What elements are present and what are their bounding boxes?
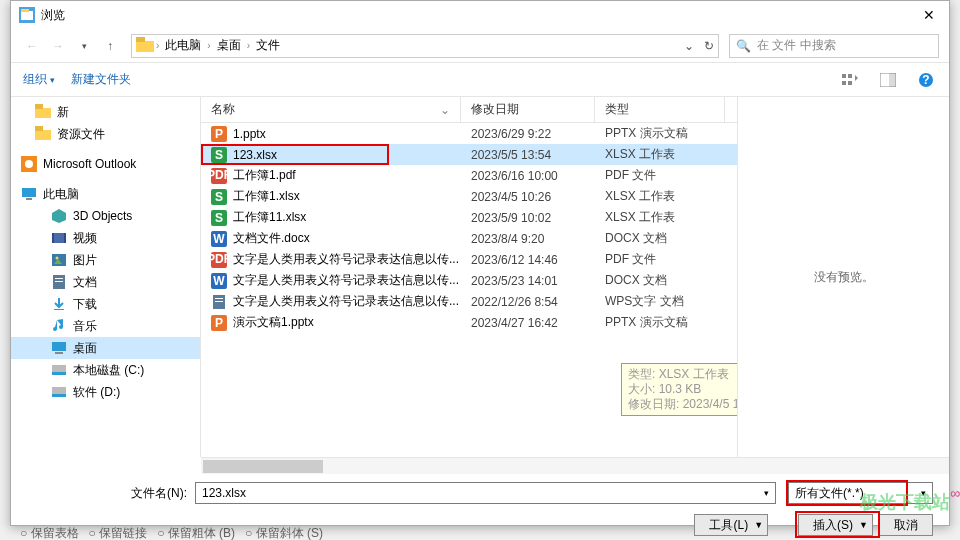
search-placeholder: 在 文件 中搜索 (757, 37, 836, 54)
svg-rect-14 (35, 104, 43, 109)
svg-rect-1 (21, 11, 33, 20)
file-type-filter[interactable]: 所有文件(*.*)▾ ∞ (788, 482, 933, 504)
window-title: 浏览 (41, 7, 917, 24)
filename-input[interactable]: 123.xlsx▾ (195, 482, 776, 504)
svg-rect-3 (136, 41, 154, 52)
svg-rect-16 (35, 126, 43, 131)
organize-menu[interactable]: 组织 ▾ (23, 71, 55, 88)
svg-rect-24 (64, 233, 66, 243)
svg-rect-22 (52, 233, 66, 243)
svg-rect-56 (215, 301, 223, 302)
address-bar[interactable]: › 此电脑 › 桌面 › 文件 ⌄ ↻ (131, 34, 719, 58)
preview-toggle[interactable] (877, 69, 899, 91)
svg-rect-32 (52, 342, 66, 351)
svg-rect-30 (55, 281, 63, 282)
tree-item-8[interactable]: 下载 (11, 293, 200, 315)
svg-text:W: W (213, 274, 225, 288)
svg-rect-7 (842, 81, 846, 85)
file-list: 名称 ⌄ 修改日期 类型 类型: XLSX 工作表大小: 10.3 KB修改日期… (201, 97, 737, 457)
scrollbar-thumb[interactable] (203, 460, 323, 473)
svg-text:S: S (215, 148, 223, 162)
file-row[interactable]: S工作簿11.xlsx2023/5/9 10:02XLSX 工作表 (201, 207, 737, 228)
tree-item-11[interactable]: 本地磁盘 (C:) (11, 359, 200, 381)
svg-rect-19 (22, 188, 36, 197)
svg-rect-2 (21, 9, 29, 12)
insert-button[interactable]: 插入(S)▼ (798, 514, 873, 536)
preview-pane: 没有预览。 (737, 97, 949, 457)
svg-rect-4 (136, 37, 145, 42)
svg-text:PDF: PDF (211, 168, 227, 182)
col-name[interactable]: 名称 ⌄ (201, 97, 461, 122)
new-folder-button[interactable]: 新建文件夹 (71, 71, 131, 88)
tree-item-9[interactable]: 音乐 (11, 315, 200, 337)
title-bar: 浏览 ✕ (11, 1, 949, 29)
tree-item-1[interactable]: 资源文件 (11, 123, 200, 145)
svg-rect-35 (52, 372, 66, 375)
tree-item-2[interactable]: Microsoft Outlook (11, 153, 200, 175)
svg-text:?: ? (922, 73, 929, 87)
svg-rect-20 (26, 198, 32, 200)
svg-rect-5 (842, 74, 846, 78)
svg-point-18 (25, 160, 33, 168)
search-input[interactable]: 🔍 在 文件 中搜索 (729, 34, 939, 58)
tree-item-6[interactable]: 图片 (11, 249, 200, 271)
tools-button[interactable]: 工具(L)▼ (694, 514, 768, 536)
crumb-root[interactable]: 此电脑 (161, 37, 205, 54)
file-row[interactable]: P演示文稿1.pptx2023/4/27 16:42PPTX 演示文稿 (201, 312, 737, 333)
svg-rect-29 (55, 278, 63, 279)
svg-rect-37 (52, 394, 66, 397)
forward-button[interactable]: → (47, 35, 69, 57)
cancel-button[interactable]: 取消 (879, 514, 933, 536)
tree-item-4[interactable]: 3D Objects (11, 205, 200, 227)
svg-rect-31 (54, 309, 64, 310)
col-date[interactable]: 修改日期 (461, 97, 595, 122)
svg-text:P: P (215, 316, 223, 330)
svg-rect-10 (889, 73, 896, 87)
tree-item-5[interactable]: 视频 (11, 227, 200, 249)
folder-tree[interactable]: 新资源文件Microsoft Outlook此电脑3D Objects视频图片文… (11, 97, 201, 457)
svg-rect-25 (52, 254, 66, 266)
file-rows[interactable]: 类型: XLSX 工作表大小: 10.3 KB修改日期: 2023/4/5 10… (201, 123, 737, 457)
file-browse-dialog: 浏览 ✕ ← → ▾ ↑ › 此电脑 › 桌面 › 文件 ⌄ ↻ 🔍 在 文件 … (10, 0, 950, 526)
crumb-2[interactable]: 文件 (252, 37, 284, 54)
file-row[interactable]: 文字是人类用表义符号记录表达信息以传...2022/12/26 8:54WPS文… (201, 291, 737, 312)
tree-item-7[interactable]: 文档 (11, 271, 200, 293)
tree-item-10[interactable]: 桌面 (11, 337, 200, 359)
file-tooltip: 类型: XLSX 工作表大小: 10.3 KB修改日期: 2023/4/5 10… (621, 363, 737, 416)
toolbar: 组织 ▾ 新建文件夹 ? (11, 63, 949, 97)
svg-point-26 (56, 257, 59, 260)
view-menu[interactable] (839, 69, 861, 91)
tree-item-12[interactable]: 软件 (D:) (11, 381, 200, 403)
tree-item-3[interactable]: 此电脑 (11, 183, 200, 205)
col-type[interactable]: 类型 (595, 97, 725, 122)
close-button[interactable]: ✕ (917, 7, 941, 23)
file-row[interactable]: W文档文件.docx2023/8/4 9:20DOCX 文档 (201, 228, 737, 249)
svg-rect-23 (52, 233, 54, 243)
svg-rect-55 (215, 298, 223, 299)
file-row[interactable]: PDF文字是人类用表义符号记录表达信息以传...2023/6/12 14:46P… (201, 249, 737, 270)
crumb-1[interactable]: 桌面 (213, 37, 245, 54)
file-row[interactable]: S工作簿1.xlsx2023/4/5 10:26XLSX 工作表 (201, 186, 737, 207)
svg-marker-21 (52, 209, 66, 223)
file-row[interactable]: S123.xlsx2023/5/5 13:54XLSX 工作表 (201, 144, 737, 165)
tree-item-0[interactable]: 新 (11, 101, 200, 123)
back-button[interactable]: ← (21, 35, 43, 57)
search-icon: 🔍 (736, 39, 751, 53)
svg-rect-13 (35, 108, 51, 118)
app-icon (19, 7, 35, 23)
help-button[interactable]: ? (915, 69, 937, 91)
svg-rect-6 (848, 74, 852, 78)
svg-rect-8 (848, 81, 852, 85)
folder-icon (136, 37, 154, 55)
path-dropdown[interactable]: ⌄ ↻ (684, 39, 714, 53)
file-row[interactable]: W文字是人类用表义符号记录表达信息以传...2023/5/23 14:01DOC… (201, 270, 737, 291)
horizontal-scrollbar[interactable] (201, 457, 949, 474)
svg-text:S: S (215, 211, 223, 225)
bottom-panel: 文件名(N): 123.xlsx▾ 所有文件(*.*)▾ ∞ 工具(L)▼ 插入… (11, 474, 949, 540)
up-button[interactable]: ↑ (99, 35, 121, 57)
file-row[interactable]: PDF工作簿1.pdf2023/6/16 10:00PDF 文件 (201, 165, 737, 186)
svg-text:S: S (215, 190, 223, 204)
svg-text:P: P (215, 127, 223, 141)
file-row[interactable]: P1.pptx2023/6/29 9:22PPTX 演示文稿 (201, 123, 737, 144)
recent-dropdown[interactable]: ▾ (73, 35, 95, 57)
